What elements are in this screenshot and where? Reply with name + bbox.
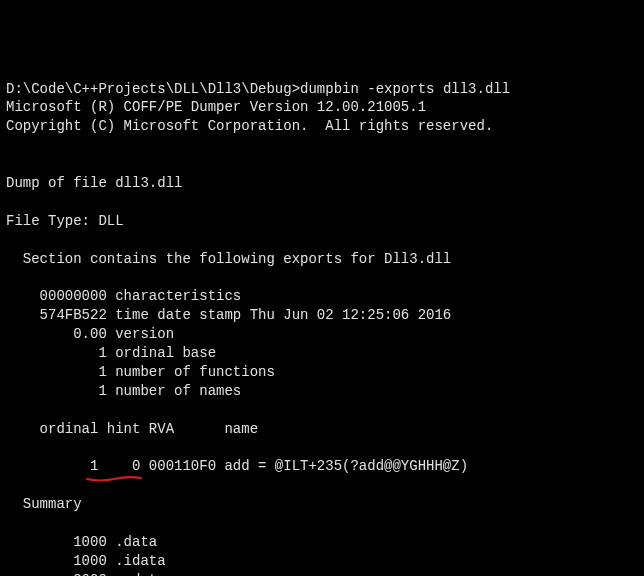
prompt-path: D:\Code\C++Projects\DLL\Dll3\Debug> bbox=[6, 81, 300, 97]
summary-data: 1000 .data bbox=[6, 534, 157, 550]
dump-of: Dump of file dll3.dll bbox=[6, 175, 182, 191]
section-header: Section contains the following exports f… bbox=[6, 251, 451, 267]
annotation-underline bbox=[86, 476, 142, 482]
number-of-functions: 1 number of functions bbox=[6, 364, 275, 380]
number-of-names: 1 number of names bbox=[6, 383, 241, 399]
time-date-stamp: 574FB522 time date stamp Thu Jun 02 12:2… bbox=[6, 307, 451, 323]
characteristics: 00000000 characteristics bbox=[6, 288, 241, 304]
ordinal-base: 1 ordinal base bbox=[6, 345, 216, 361]
file-type: File Type: DLL bbox=[6, 213, 124, 229]
version: 0.00 version bbox=[6, 326, 174, 342]
summary-rdata: 2000 .rdata bbox=[6, 572, 166, 576]
terminal-output: D:\Code\C++Projects\DLL\Dll3\Debug>dumpb… bbox=[6, 80, 638, 576]
summary-label: Summary bbox=[6, 496, 82, 512]
header-line-2: Copyright (C) Microsoft Corporation. All… bbox=[6, 118, 493, 134]
exports-table-header: ordinal hint RVA name bbox=[6, 421, 258, 437]
prompt-command: dumpbin -exports dll3.dll bbox=[300, 81, 510, 97]
export-row: 1 0 000110F0 add = @ILT+235(?add@@YGHHH@… bbox=[6, 458, 468, 474]
summary-idata: 1000 .idata bbox=[6, 553, 166, 569]
header-line-1: Microsoft (R) COFF/PE Dumper Version 12.… bbox=[6, 99, 426, 115]
